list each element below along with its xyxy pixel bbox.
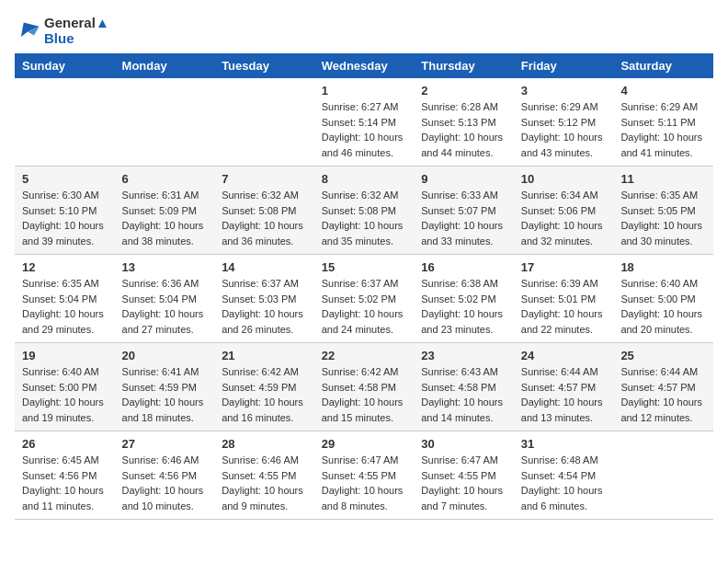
calendar-cell: 15Sunrise: 6:37 AMSunset: 5:02 PMDayligh… — [314, 255, 415, 343]
day-info: Sunrise: 6:45 AMSunset: 4:56 PMDaylight:… — [22, 453, 108, 513]
calendar-cell — [15, 78, 115, 167]
calendar-cell: 30Sunrise: 6:47 AMSunset: 4:55 PMDayligh… — [414, 431, 514, 520]
day-info: Sunrise: 6:30 AMSunset: 5:10 PMDaylight:… — [22, 188, 108, 248]
day-number: 7 — [222, 172, 307, 186]
day-info: Sunrise: 6:28 AMSunset: 5:13 PMDaylight:… — [421, 99, 506, 160]
day-info: Sunrise: 6:40 AMSunset: 5:00 PMDaylight:… — [22, 364, 108, 425]
day-info: Sunrise: 6:29 AMSunset: 5:11 PMDaylight:… — [620, 99, 706, 160]
calendar-cell: 31Sunrise: 6:48 AMSunset: 4:54 PMDayligh… — [514, 431, 614, 520]
calendar-cell: 26Sunrise: 6:45 AMSunset: 4:56 PMDayligh… — [15, 431, 115, 520]
day-number: 17 — [521, 260, 607, 274]
logo: General▲ Blue — [15, 15, 109, 46]
calendar-cell: 6Sunrise: 6:31 AMSunset: 5:09 PMDaylight… — [115, 167, 215, 255]
day-info: Sunrise: 6:44 AMSunset: 4:57 PMDaylight:… — [620, 364, 706, 425]
day-info: Sunrise: 6:35 AMSunset: 5:05 PMDaylight:… — [620, 188, 706, 248]
column-header-monday: Monday — [115, 53, 215, 78]
day-number: 20 — [122, 349, 208, 362]
calendar-cell: 28Sunrise: 6:46 AMSunset: 4:55 PMDayligh… — [214, 431, 314, 520]
day-number: 19 — [22, 349, 108, 362]
day-number: 8 — [322, 172, 407, 186]
day-info: Sunrise: 6:32 AMSunset: 5:08 PMDaylight:… — [322, 188, 407, 248]
calendar-cell: 3Sunrise: 6:29 AMSunset: 5:12 PMDaylight… — [514, 78, 614, 167]
calendar-table: SundayMondayTuesdayWednesdayThursdayFrid… — [15, 53, 713, 520]
day-number: 23 — [421, 349, 506, 362]
calendar-cell: 9Sunrise: 6:33 AMSunset: 5:07 PMDaylight… — [414, 167, 514, 255]
column-header-thursday: Thursday — [414, 53, 514, 78]
day-number: 18 — [620, 260, 706, 274]
day-number: 29 — [322, 437, 407, 451]
calendar-cell: 25Sunrise: 6:44 AMSunset: 4:57 PMDayligh… — [613, 343, 713, 431]
logo-icon — [15, 17, 40, 43]
day-info: Sunrise: 6:43 AMSunset: 4:58 PMDaylight:… — [421, 364, 506, 425]
day-number: 24 — [521, 349, 607, 362]
column-header-wednesday: Wednesday — [314, 53, 415, 78]
day-number: 11 — [620, 172, 706, 186]
day-number: 27 — [122, 437, 208, 451]
calendar-week-row: 26Sunrise: 6:45 AMSunset: 4:56 PMDayligh… — [15, 431, 713, 520]
day-info: Sunrise: 6:42 AMSunset: 4:59 PMDaylight:… — [222, 364, 307, 425]
day-info: Sunrise: 6:41 AMSunset: 4:59 PMDaylight:… — [122, 364, 208, 425]
calendar-cell — [613, 431, 713, 520]
calendar-cell: 8Sunrise: 6:32 AMSunset: 5:08 PMDaylight… — [314, 167, 415, 255]
column-header-friday: Friday — [514, 53, 614, 78]
day-number: 2 — [421, 84, 506, 98]
day-info: Sunrise: 6:38 AMSunset: 5:02 PMDaylight:… — [421, 276, 506, 337]
calendar-cell: 29Sunrise: 6:47 AMSunset: 4:55 PMDayligh… — [314, 431, 415, 520]
day-info: Sunrise: 6:34 AMSunset: 5:06 PMDaylight:… — [521, 188, 607, 248]
calendar-cell: 23Sunrise: 6:43 AMSunset: 4:58 PMDayligh… — [414, 343, 514, 431]
day-number: 31 — [521, 437, 607, 451]
calendar-cell: 22Sunrise: 6:42 AMSunset: 4:58 PMDayligh… — [314, 343, 415, 431]
day-number: 1 — [322, 84, 407, 98]
calendar-cell: 19Sunrise: 6:40 AMSunset: 5:00 PMDayligh… — [15, 343, 115, 431]
column-header-saturday: Saturday — [613, 53, 713, 78]
calendar-cell: 24Sunrise: 6:44 AMSunset: 4:57 PMDayligh… — [514, 343, 614, 431]
calendar-week-row: 1Sunrise: 6:27 AMSunset: 5:14 PMDaylight… — [15, 78, 713, 167]
day-info: Sunrise: 6:39 AMSunset: 5:01 PMDaylight:… — [521, 276, 607, 337]
day-number: 3 — [521, 84, 607, 98]
day-info: Sunrise: 6:27 AMSunset: 5:14 PMDaylight:… — [322, 99, 407, 160]
day-number: 28 — [222, 437, 307, 451]
day-info: Sunrise: 6:47 AMSunset: 4:55 PMDaylight:… — [421, 453, 506, 513]
day-number: 9 — [421, 172, 506, 186]
calendar-cell: 11Sunrise: 6:35 AMSunset: 5:05 PMDayligh… — [613, 167, 713, 255]
calendar-week-row: 12Sunrise: 6:35 AMSunset: 5:04 PMDayligh… — [15, 255, 713, 343]
day-number: 30 — [421, 437, 506, 451]
day-info: Sunrise: 6:37 AMSunset: 5:03 PMDaylight:… — [222, 276, 307, 337]
day-info: Sunrise: 6:33 AMSunset: 5:07 PMDaylight:… — [421, 188, 506, 248]
day-info: Sunrise: 6:46 AMSunset: 4:56 PMDaylight:… — [122, 453, 208, 513]
calendar-cell: 12Sunrise: 6:35 AMSunset: 5:04 PMDayligh… — [15, 255, 115, 343]
day-info: Sunrise: 6:46 AMSunset: 4:55 PMDaylight:… — [222, 453, 307, 513]
calendar-header-row: SundayMondayTuesdayWednesdayThursdayFrid… — [15, 53, 713, 78]
day-info: Sunrise: 6:37 AMSunset: 5:02 PMDaylight:… — [322, 276, 407, 337]
calendar-cell: 2Sunrise: 6:28 AMSunset: 5:13 PMDaylight… — [414, 78, 514, 167]
day-info: Sunrise: 6:36 AMSunset: 5:04 PMDaylight:… — [122, 276, 208, 337]
day-info: Sunrise: 6:29 AMSunset: 5:12 PMDaylight:… — [521, 99, 607, 160]
calendar-cell: 14Sunrise: 6:37 AMSunset: 5:03 PMDayligh… — [214, 255, 314, 343]
day-number: 6 — [122, 172, 208, 186]
calendar-cell: 27Sunrise: 6:46 AMSunset: 4:56 PMDayligh… — [115, 431, 215, 520]
calendar-cell: 7Sunrise: 6:32 AMSunset: 5:08 PMDaylight… — [214, 167, 314, 255]
day-info: Sunrise: 6:47 AMSunset: 4:55 PMDaylight:… — [322, 453, 407, 513]
day-number: 13 — [122, 260, 208, 274]
day-number: 21 — [222, 349, 307, 362]
page-header: General▲ Blue — [15, 15, 713, 46]
day-info: Sunrise: 6:48 AMSunset: 4:54 PMDaylight:… — [521, 453, 607, 513]
calendar-cell: 17Sunrise: 6:39 AMSunset: 5:01 PMDayligh… — [514, 255, 614, 343]
day-info: Sunrise: 6:31 AMSunset: 5:09 PMDaylight:… — [122, 188, 208, 248]
day-number: 15 — [322, 260, 407, 274]
day-number: 12 — [22, 260, 108, 274]
day-info: Sunrise: 6:32 AMSunset: 5:08 PMDaylight:… — [222, 188, 307, 248]
day-number: 14 — [222, 260, 307, 274]
day-number: 16 — [421, 260, 506, 274]
day-number: 10 — [521, 172, 607, 186]
calendar-cell: 5Sunrise: 6:30 AMSunset: 5:10 PMDaylight… — [15, 167, 115, 255]
calendar-cell: 13Sunrise: 6:36 AMSunset: 5:04 PMDayligh… — [115, 255, 215, 343]
calendar-cell: 16Sunrise: 6:38 AMSunset: 5:02 PMDayligh… — [414, 255, 514, 343]
calendar-cell: 4Sunrise: 6:29 AMSunset: 5:11 PMDaylight… — [613, 78, 713, 167]
day-number: 25 — [620, 349, 706, 362]
day-number: 4 — [620, 84, 706, 98]
day-info: Sunrise: 6:40 AMSunset: 5:00 PMDaylight:… — [620, 276, 706, 337]
day-info: Sunrise: 6:44 AMSunset: 4:57 PMDaylight:… — [521, 364, 607, 425]
day-number: 22 — [322, 349, 407, 362]
column-header-sunday: Sunday — [15, 53, 115, 78]
